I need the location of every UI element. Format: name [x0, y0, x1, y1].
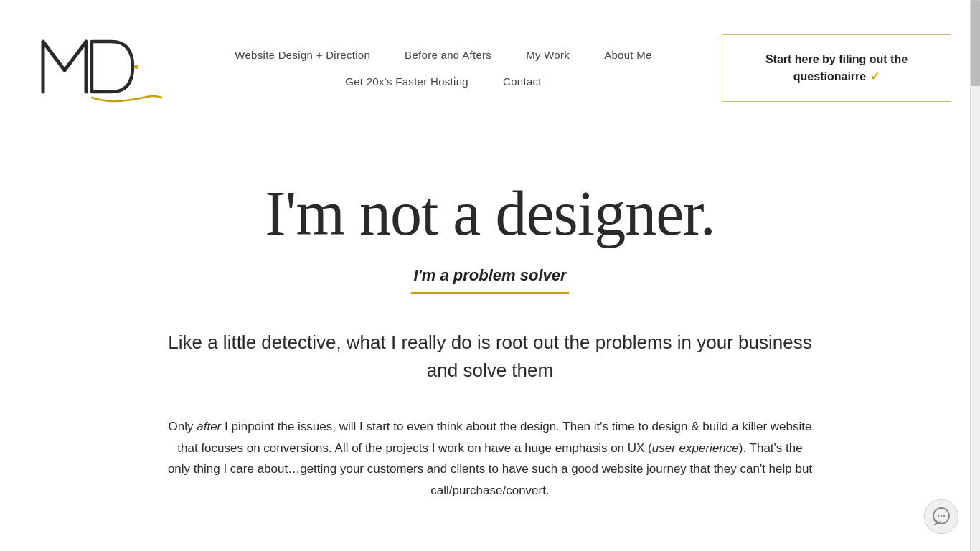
main-headline: I'm not a designer. [160, 179, 820, 249]
svg-point-4 [943, 515, 945, 517]
body-paragraph: Only after I pinpoint the issues, will I… [167, 416, 813, 501]
cta-checkmark: ✓ [870, 70, 880, 83]
cta-text: Start here by filing out the questionair… [765, 53, 908, 83]
chat-widget[interactable] [924, 499, 958, 534]
body-italic-ux: user experience [652, 441, 739, 455]
scrollbar[interactable] [970, 0, 980, 551]
logo[interactable] [29, 20, 165, 116]
chat-icon [931, 507, 951, 527]
body-italic-after: after [197, 420, 221, 433]
nav-before-afters[interactable]: Before and Afters [405, 49, 491, 61]
svg-point-3 [941, 515, 942, 517]
body-text-before: Only [169, 420, 197, 433]
nav-hosting[interactable]: Get 20x's Faster Hosting [345, 75, 468, 88]
subheadline: I'm a problem solver [413, 266, 566, 285]
nav-my-work[interactable]: My Work [526, 49, 570, 61]
cta-box[interactable]: Start here by filing out the questionair… [722, 34, 951, 102]
nav-about-me[interactable]: About Me [604, 49, 652, 61]
site-header: Website Design + Direction Before and Af… [0, 0, 980, 136]
nav-top: Website Design + Direction Before and Af… [235, 49, 651, 61]
subheadline-wrap: I'm a problem solver [160, 266, 820, 294]
svg-point-0 [134, 65, 138, 69]
body-large-text: Like a little detective, what I really d… [167, 329, 813, 385]
main-content: I'm not a designer. I'm a problem solver… [131, 136, 849, 530]
subheadline-underline [411, 292, 569, 294]
scrollbar-thumb[interactable] [971, 0, 980, 86]
navigation: Website Design + Direction Before and Af… [165, 49, 722, 88]
nav-website-design[interactable]: Website Design + Direction [235, 49, 370, 61]
nav-contact[interactable]: Contact [503, 75, 542, 88]
nav-bottom: Get 20x's Faster Hosting Contact [345, 75, 542, 88]
svg-point-2 [938, 515, 939, 517]
